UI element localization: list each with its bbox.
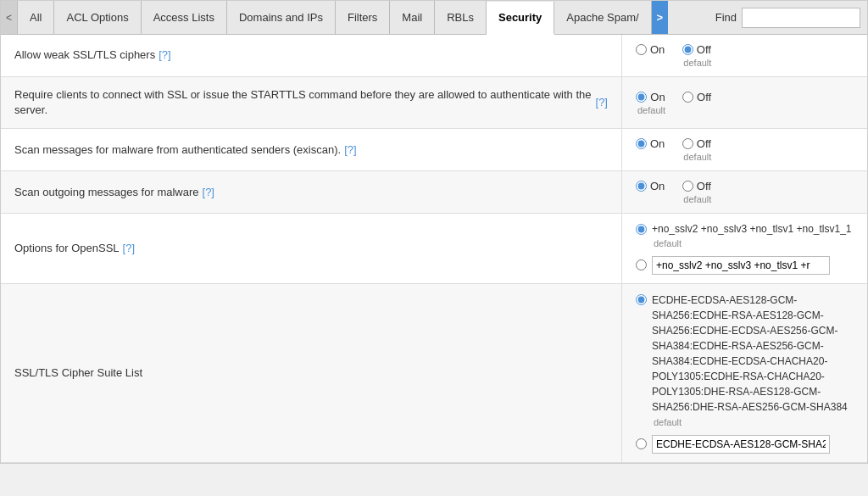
openssl-option1: +no_sslv2 +no_sslv3 +no_tlsv1 +no_tlsv1_… (636, 222, 854, 251)
radio-cipher-default[interactable] (636, 294, 647, 305)
setting-control-weak-ssl: On Off default (621, 35, 867, 76)
setting-label-starttls: Require clients to connect with SSL or i… (1, 77, 621, 128)
search-area: Find (709, 1, 867, 34)
on-group-starttls: On default (636, 91, 665, 115)
radio-on-outgoing: On (636, 180, 665, 192)
on-group-exiscan: On (636, 137, 665, 150)
content-area: Allow weak SSL/TLS ciphers [?] On Off (1, 35, 867, 463)
on-off-row-outgoing: On Off default (636, 180, 854, 204)
help-link-outgoing[interactable]: [?] (203, 185, 214, 200)
cipher-custom-row (636, 435, 854, 454)
cipher-default-text: ECDHE-ECDSA-AES128-GCM-SHA256:ECDHE-RSA-… (652, 293, 854, 430)
tab-bar: < All ACL Options Access Lists Domains a… (1, 1, 867, 35)
on-off-row-exiscan: On Off default (636, 137, 854, 162)
radio-off-exiscan: Off (682, 137, 711, 150)
setting-label-cipher: SSL/TLS Cipher Suite List (1, 284, 621, 462)
radio-openssl-default[interactable] (636, 224, 647, 235)
radio-off-weak-ssl: Off (682, 43, 711, 56)
search-label: Find (715, 11, 737, 24)
tab-more-button[interactable]: > (652, 1, 669, 34)
tab-more-icon: > (657, 11, 664, 24)
setting-row-exiscan: Scan messages for malware from authentic… (1, 129, 867, 171)
cipher-option1: ECDHE-ECDSA-AES128-GCM-SHA256:ECDHE-RSA-… (636, 293, 854, 430)
setting-label-weak-ssl: Allow weak SSL/TLS ciphers [?] (1, 35, 621, 76)
setting-row-outgoing: Scan outgoing messages for malware [?] O… (1, 171, 867, 214)
on-group-weak-ssl: On (636, 43, 665, 56)
tab-nav-prev[interactable]: < (1, 1, 18, 34)
radio-cipher-custom[interactable] (636, 438, 647, 449)
off-group-weak-ssl: Off default (682, 43, 711, 68)
openssl-options: +no_sslv2 +no_sslv3 +no_tlsv1 +no_tlsv1_… (636, 222, 854, 275)
radio-on-starttls-input[interactable] (636, 92, 647, 103)
help-link-weak-ssl[interactable]: [?] (159, 47, 170, 63)
tab-acl-options[interactable]: ACL Options (54, 1, 141, 34)
radio-off-weak-ssl-input[interactable] (682, 44, 693, 55)
tab-all[interactable]: All (18, 1, 54, 34)
radio-on-weak-ssl: On (636, 43, 665, 56)
tab-rbls[interactable]: RBLs (435, 1, 487, 34)
radio-on-outgoing-input[interactable] (636, 181, 647, 192)
cipher-options: ECDHE-ECDSA-AES128-GCM-SHA256:ECDHE-RSA-… (636, 293, 854, 454)
tab-mail[interactable]: Mail (390, 1, 435, 34)
on-off-row-weak-ssl: On Off default (636, 43, 854, 68)
off-group-outgoing: Off default (682, 180, 711, 204)
setting-control-outgoing: On Off default (621, 171, 867, 213)
setting-row-starttls: Require clients to connect with SSL or i… (1, 77, 867, 129)
setting-control-cipher: ECDHE-ECDSA-AES128-GCM-SHA256:ECDHE-RSA-… (621, 284, 867, 462)
radio-on-exiscan-input[interactable] (636, 138, 647, 149)
radio-off-starttls: Off (682, 91, 711, 103)
main-container: < All ACL Options Access Lists Domains a… (0, 0, 868, 464)
default-tag-exiscan: default (683, 152, 711, 162)
setting-control-starttls: On default Off (621, 77, 867, 128)
openssl-default-tag: default (654, 238, 682, 248)
radio-on-exiscan: On (636, 137, 665, 150)
setting-label-openssl: Options for OpenSSL [?] (1, 214, 621, 283)
tab-filters[interactable]: Filters (336, 1, 390, 34)
default-tag-weak-ssl: default (683, 58, 711, 68)
openssl-default-text: +no_sslv2 +no_sslv3 +no_tlsv1 +no_tlsv1_… (652, 222, 854, 251)
radio-openssl-custom[interactable] (636, 259, 647, 270)
cipher-default-tag: default (654, 417, 682, 427)
openssl-custom-row (636, 256, 854, 275)
radio-on-starttls: On (636, 91, 665, 103)
openssl-custom-input[interactable] (652, 256, 830, 275)
search-input[interactable] (742, 8, 860, 28)
cipher-custom-input[interactable] (652, 435, 830, 454)
setting-label-outgoing: Scan outgoing messages for malware [?] (1, 171, 621, 213)
on-off-row-starttls: On default Off (636, 91, 854, 115)
radio-off-exiscan-input[interactable] (682, 138, 693, 149)
radio-off-outgoing-input[interactable] (682, 181, 693, 192)
setting-row-openssl: Options for OpenSSL [?] +no_sslv2 +no_ss… (1, 214, 867, 284)
setting-row-weak-ssl: Allow weak SSL/TLS ciphers [?] On Off (1, 35, 867, 77)
help-link-starttls[interactable]: [?] (596, 95, 608, 110)
help-link-exiscan[interactable]: [?] (344, 142, 356, 158)
setting-row-cipher: SSL/TLS Cipher Suite List ECDHE-ECDSA-AE… (1, 284, 867, 463)
on-group-outgoing: On (636, 180, 665, 192)
radio-on-weak-ssl-input[interactable] (636, 44, 647, 55)
tab-apache-spam[interactable]: Apache Spam/ (554, 1, 651, 34)
tab-security[interactable]: Security (487, 2, 554, 35)
help-link-openssl[interactable]: [?] (123, 241, 135, 256)
tab-domains-ips[interactable]: Domains and IPs (227, 1, 336, 34)
setting-control-exiscan: On Off default (621, 129, 867, 170)
radio-off-starttls-input[interactable] (682, 92, 693, 103)
setting-label-exiscan: Scan messages for malware from authentic… (1, 129, 621, 170)
default-tag-on-starttls: default (637, 105, 665, 115)
off-group-starttls: Off (682, 91, 711, 103)
default-tag-outgoing: default (683, 194, 711, 204)
radio-off-outgoing: Off (682, 180, 711, 192)
nav-prev-icon: < (6, 12, 12, 24)
tab-access-lists[interactable]: Access Lists (142, 1, 227, 34)
off-group-exiscan: Off default (682, 137, 711, 162)
setting-control-openssl: +no_sslv2 +no_sslv3 +no_tlsv1 +no_tlsv1_… (621, 214, 867, 283)
